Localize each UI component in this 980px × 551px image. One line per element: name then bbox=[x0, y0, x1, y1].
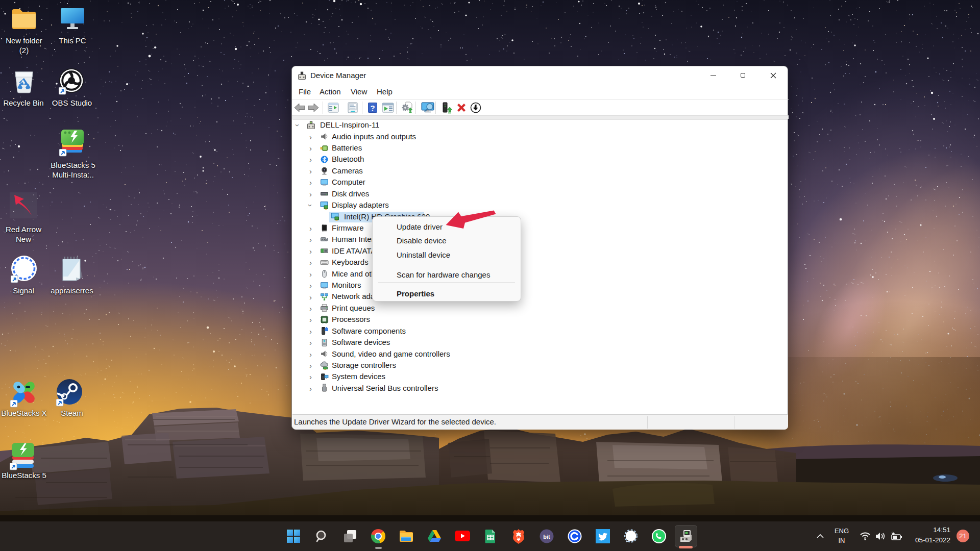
svg-text:?: ? bbox=[370, 104, 375, 112]
svg-text:bit: bit bbox=[543, 534, 550, 540]
